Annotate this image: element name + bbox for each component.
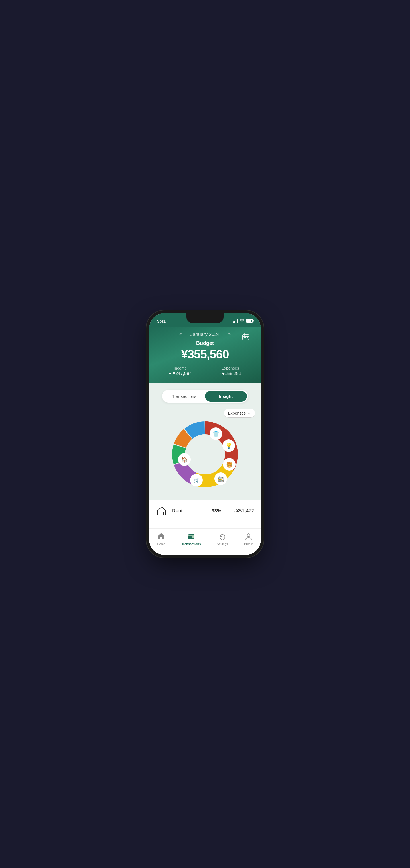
tab-switcher: Transactions Insight	[162, 390, 248, 403]
income-label: Income	[169, 366, 192, 370]
svg-rect-6	[247, 337, 248, 338]
nav-item-home[interactable]: Home	[153, 531, 170, 547]
rent-icon	[156, 505, 167, 517]
status-time: 9:41	[157, 318, 166, 323]
battery-icon	[246, 319, 253, 322]
nav-item-profile[interactable]: Profile	[239, 531, 257, 547]
svg-rect-35	[192, 536, 194, 538]
status-icons	[233, 318, 253, 323]
next-month-button[interactable]: >	[226, 330, 233, 339]
svg-text:👕: 👕	[213, 430, 220, 437]
category-item-rent: Rent 33% - ¥51,472	[149, 500, 261, 522]
nav-transactions-label: Transactions	[182, 542, 201, 546]
svg-rect-7	[244, 339, 245, 339]
svg-point-9	[185, 434, 225, 474]
tab-insight[interactable]: Insight	[205, 391, 247, 402]
rent-percent: 33%	[209, 508, 224, 514]
expenses-amount: - ¥158,281	[219, 371, 241, 376]
svg-text:🍔: 🍔	[226, 462, 233, 468]
filter-label: Expenses	[228, 411, 246, 415]
budget-label: Budget	[155, 340, 255, 346]
svg-rect-5	[245, 337, 246, 338]
svg-rect-8	[245, 339, 246, 339]
prev-month-button[interactable]: <	[177, 330, 185, 339]
phone-screen: 9:41	[149, 313, 261, 555]
svg-text:💡: 💡	[225, 442, 232, 449]
nav-profile-label: Profile	[244, 542, 253, 546]
donut-chart-container: 👕 💡 🍔 🚉 🛒 🏠	[155, 408, 255, 497]
bottom-navigation: Home Transactions	[149, 528, 261, 555]
chart-section: Expenses ⌄	[149, 408, 261, 500]
piggy-icon	[219, 532, 226, 541]
notch	[186, 313, 224, 323]
svg-point-37	[221, 536, 222, 537]
calendar-icon[interactable]	[242, 333, 249, 342]
nav-home-label: Home	[157, 542, 165, 546]
phone-frame: 9:41	[149, 313, 261, 555]
svg-point-38	[247, 534, 250, 536]
income-expenses: Income + ¥247,984 Expenses - ¥158,281	[155, 366, 255, 376]
month-navigation: < January 2024 >	[155, 330, 255, 339]
filter-dropdown[interactable]: Expenses ⌄	[224, 408, 255, 418]
budget-amount: ¥355,560	[155, 347, 255, 361]
expenses-label: Expenses	[219, 366, 241, 370]
svg-rect-4	[244, 337, 245, 338]
income-amount: + ¥247,984	[169, 371, 192, 376]
svg-text:🚉: 🚉	[218, 476, 224, 482]
expenses-block: Expenses - ¥158,281	[219, 366, 241, 376]
tab-transactions[interactable]: Transactions	[163, 391, 205, 402]
rent-label: Rent	[172, 508, 205, 514]
home-icon	[157, 532, 165, 541]
wifi-icon	[240, 318, 244, 323]
nav-savings-label: Savings	[217, 542, 228, 546]
wallet-icon	[188, 532, 195, 541]
header: < January 2024 >	[149, 328, 261, 383]
svg-text:🛒: 🛒	[193, 477, 200, 484]
nav-item-transactions[interactable]: Transactions	[177, 531, 206, 547]
month-year-label: January 2024	[190, 332, 220, 337]
rent-amount: - ¥51,472	[228, 508, 254, 514]
chevron-down-icon: ⌄	[247, 411, 251, 415]
signal-icon	[233, 319, 238, 323]
donut-chart: 👕 💡 🍔 🚉 🛒 🏠	[168, 417, 242, 492]
nav-item-savings[interactable]: Savings	[212, 531, 232, 547]
person-icon	[245, 532, 252, 541]
svg-text:🏠: 🏠	[181, 457, 188, 463]
income-block: Income + ¥247,984	[169, 366, 192, 376]
